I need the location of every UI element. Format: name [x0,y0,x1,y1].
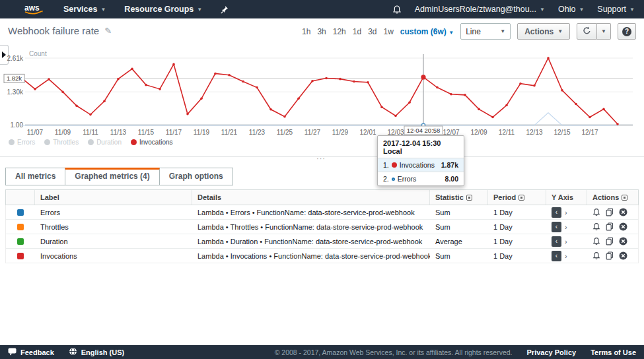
create-alarm-icon[interactable] [592,251,600,260]
metric-period[interactable]: 1 Day [488,252,546,260]
remove-metric-icon[interactable] [619,208,627,216]
nav-resource-groups-label: Resource Groups [124,5,194,14]
svg-text:12/15: 12/15 [554,129,570,136]
metric-period[interactable]: 1 Day [488,238,546,245]
header-statistic: Statistic [430,190,488,205]
language-label: English (US) [81,348,124,356]
actions-button[interactable]: Actions ▼ [517,23,570,40]
help-button[interactable]: ? [618,23,636,40]
series-color-swatch[interactable] [17,253,24,259]
bell-icon[interactable] [392,5,402,15]
yaxis-right-button[interactable]: › [565,252,567,260]
legend-item-invocations[interactable]: Invocations [131,139,173,146]
series-marker-icon [392,162,397,168]
legend-item-throttles[interactable]: Throttles [44,139,79,146]
svg-text:12/13: 12/13 [526,129,542,136]
metric-details: Lambda • Duration • FunctionName: data-s… [192,238,430,245]
range-1w[interactable]: 1w [384,27,394,36]
terms-of-use-link[interactable]: Terms of Use [590,348,636,356]
tab-all-metrics[interactable]: All metrics [5,168,65,185]
remove-metric-icon[interactable] [619,251,627,260]
footer: Feedback English (US) © 2008 - 2017, Ama… [0,345,644,359]
refresh-options-button[interactable]: ▼ [597,23,611,40]
range-1d[interactable]: 1d [353,27,361,36]
metric-statistic[interactable]: Average [430,238,488,245]
yaxis-cell: ‹› [546,251,587,261]
duplicate-icon[interactable] [606,222,614,231]
series-color-swatch[interactable] [17,238,24,245]
row-actions [587,237,638,245]
metric-statistic[interactable]: Sum [430,223,488,231]
metric-period[interactable]: 1 Day [488,223,546,231]
svg-text:2.61k: 2.61k [7,55,24,62]
svg-text:12/11: 12/11 [499,129,515,136]
info-icon[interactable] [519,195,524,201]
metric-period[interactable]: 1 Day [488,209,546,216]
range-custom-label: custom (6w) [400,27,447,36]
header-yaxis: Y Axis [546,190,587,205]
edit-title-icon[interactable]: ✎ [104,26,112,36]
duplicate-icon[interactable] [606,251,614,260]
language-button[interactable]: English (US) [69,347,124,357]
metrics-tabs: All metrics Graphed metrics (4) Graph op… [5,168,233,185]
svg-text:11/29: 11/29 [332,129,349,136]
yaxis-left-button[interactable]: ‹ [552,236,561,247]
legend-marker-icon [131,139,137,145]
metric-label[interactable]: Throttles [35,223,192,231]
duplicate-icon[interactable] [606,237,614,245]
aws-logo[interactable]: aws [22,3,45,16]
resize-handle[interactable]: ··· [316,154,326,162]
nav-resource-groups[interactable]: Resource Groups ▼ [124,5,202,14]
metric-statistic[interactable]: Sum [430,252,488,260]
create-alarm-icon[interactable] [592,208,600,216]
duplicate-icon[interactable] [606,208,614,216]
info-icon[interactable] [466,195,472,201]
metric-label[interactable]: Duration [35,238,192,245]
tab-graph-options[interactable]: Graph options [159,168,233,185]
nav-services[interactable]: Services ▼ [63,5,106,14]
tab-graphed-metrics[interactable]: Graphed metrics (4) [65,168,159,185]
feedback-button[interactable]: Feedback [8,348,54,357]
header-details: Details [192,190,430,205]
yaxis-left-button[interactable]: ‹ [552,222,561,232]
yaxis-right-button[interactable]: › [565,209,567,216]
remove-metric-icon[interactable] [619,237,627,245]
nav-account-menu[interactable]: AdminUsersRole/ztwang@thou... ▼ [415,5,545,14]
range-3d[interactable]: 3d [368,27,376,36]
metrics-chart[interactable]: Count2.61k1.30k1.0011/0711/0911/1111/131… [0,46,644,139]
metric-details: Lambda • Errors • FunctionName: data-sto… [192,209,430,216]
table-row-invocations: InvocationsLambda • Invocations • Functi… [5,249,639,263]
tooltip-row-errors: 2. Errors 8.00 [378,172,464,185]
remove-metric-icon[interactable] [619,222,627,231]
create-alarm-icon[interactable] [592,237,600,245]
legend-item-errors[interactable]: Errors [9,139,35,146]
metric-statistic[interactable]: Sum [430,209,488,216]
metric-label[interactable]: Invocations [35,252,192,260]
chevron-down-icon: ▼ [629,7,635,13]
header-actions: Actions [587,190,638,205]
nav-support-menu[interactable]: Support ▼ [597,5,635,14]
chevron-down-icon: ▼ [579,7,584,13]
pin-icon[interactable] [221,5,229,14]
yaxis-left-button[interactable]: ‹ [552,251,561,261]
refresh-button[interactable] [577,23,597,40]
yaxis-right-button[interactable]: › [565,223,567,231]
tooltip-series-label: Errors [398,175,417,183]
yaxis-right-button[interactable]: › [565,238,567,245]
range-3h[interactable]: 3h [317,27,326,36]
range-12h[interactable]: 12h [333,27,346,36]
yaxis-left-button[interactable]: ‹ [552,207,561,218]
metric-label[interactable]: Errors [35,209,192,216]
range-1h[interactable]: 1h [302,27,310,36]
nav-region-menu[interactable]: Ohio ▼ [558,5,584,14]
info-icon[interactable] [622,195,627,201]
chart-type-select[interactable]: Line ▼ [460,23,511,40]
legend-item-duration[interactable]: Duration [88,139,122,146]
series-color-swatch[interactable] [17,224,24,230]
series-color-swatch[interactable] [17,209,24,216]
range-custom[interactable]: custom (6w) ▼ [400,27,454,36]
svg-text:11/25: 11/25 [277,129,293,136]
create-alarm-icon[interactable] [592,222,600,231]
privacy-policy-link[interactable]: Privacy Policy [527,348,577,356]
table-row-throttles: ThrottlesLambda • Throttles • FunctionNa… [5,220,639,234]
